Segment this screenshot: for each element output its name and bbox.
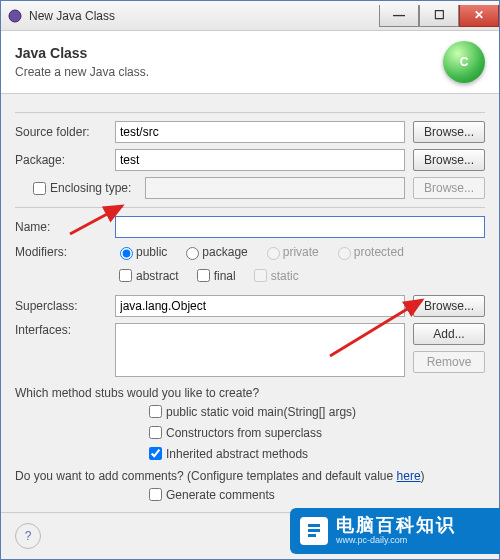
window-title: New Java Class [29,9,379,23]
modifier-public-radio[interactable]: public [115,244,167,260]
modifier-final-checkbox[interactable]: final [193,266,236,285]
interfaces-remove-button: Remove [413,351,485,373]
watermark-icon [300,517,328,545]
modifier-protected-radio: protected [333,244,404,260]
modifier-abstract-checkbox[interactable]: abstract [115,266,179,285]
form-content: Source folder: Browse... Package: Browse… [1,94,499,512]
watermark-url: www.pc-daily.com [336,536,456,546]
source-folder-label: Source folder: [15,125,115,139]
superclass-browse-button[interactable]: Browse... [413,295,485,317]
app-icon [7,8,23,24]
svg-point-0 [9,10,21,22]
source-folder-browse-button[interactable]: Browse... [413,121,485,143]
window-controls: — ☐ ✕ [379,5,499,27]
modifier-static-checkbox: static [250,266,299,285]
maximize-button[interactable]: ☐ [419,5,459,27]
comments-question: Do you want to add comments? (Configure … [15,469,485,483]
dialog-window: New Java Class — ☐ ✕ Java Class Create a… [0,0,500,560]
source-folder-input[interactable] [115,121,405,143]
interfaces-list[interactable] [115,323,405,377]
close-button[interactable]: ✕ [459,5,499,27]
enclosing-type-browse-button: Browse... [413,177,485,199]
enclosing-type-input [145,177,405,199]
stub-inherited-checkbox[interactable]: Inherited abstract methods [145,444,485,463]
superclass-input[interactable] [115,295,405,317]
name-label: Name: [15,220,115,234]
minimize-button[interactable]: — [379,5,419,27]
stub-main-checkbox[interactable]: public static void main(String[] args) [145,402,485,421]
name-input[interactable] [115,216,485,238]
class-icon: C [443,41,485,83]
watermark-badge: 电脑百科知识 www.pc-daily.com [290,508,500,554]
interfaces-label: Interfaces: [15,323,115,337]
enclosing-type-checkbox[interactable]: Enclosing type: [15,179,131,198]
banner: Java Class Create a new Java class. C [1,31,499,94]
method-stubs-question: Which method stubs would you like to cre… [15,386,485,400]
modifier-private-radio: private [262,244,319,260]
titlebar[interactable]: New Java Class — ☐ ✕ [1,1,499,31]
stub-constructors-checkbox[interactable]: Constructors from superclass [145,423,485,442]
superclass-label: Superclass: [15,299,115,313]
modifier-package-radio[interactable]: package [181,244,247,260]
generate-comments-checkbox[interactable]: Generate comments [145,485,485,504]
package-input[interactable] [115,149,405,171]
modifiers-label: Modifiers: [15,245,115,259]
help-button[interactable]: ? [15,523,41,549]
package-label: Package: [15,153,115,167]
configure-templates-link[interactable]: here [397,469,421,483]
interfaces-add-button[interactable]: Add... [413,323,485,345]
banner-title: Java Class [15,45,443,61]
banner-subtitle: Create a new Java class. [15,65,443,79]
watermark-title: 电脑百科知识 [336,516,456,536]
package-browse-button[interactable]: Browse... [413,149,485,171]
